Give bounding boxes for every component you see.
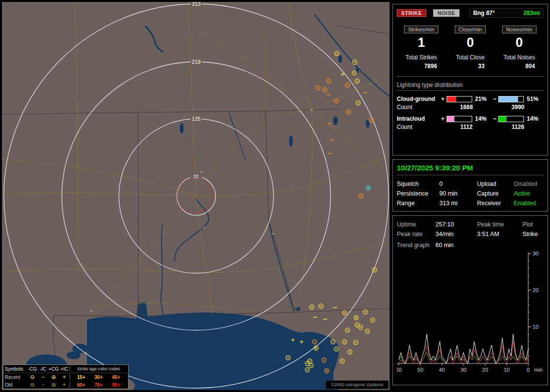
status-row: Squelch 0 Upload Disabled (397, 179, 544, 189)
neg-ic-recent-icon: − (38, 374, 48, 380)
session-row: Uptime 257:10 Peak time Plot (397, 220, 544, 229)
strike-indicator[interactable]: STRIKE (397, 9, 426, 17)
cg-plus-pct: 21% (473, 96, 492, 102)
strike-marker (335, 52, 339, 56)
age-45: 45+ (107, 375, 125, 380)
noises-per-min: Noises/min (495, 26, 544, 33)
persistence-label: Persistence (397, 190, 439, 197)
strike-marker (366, 186, 371, 190)
trend-graph: 1020306050403020100min (397, 250, 544, 380)
persistence-value: 90 min (439, 190, 477, 197)
receiver-label: Receiver (477, 200, 514, 207)
strike-marker (371, 318, 375, 322)
svg-text:60: 60 (397, 367, 402, 373)
divider (397, 76, 544, 77)
capture-value: Active (514, 190, 544, 197)
svg-text:10: 10 (504, 367, 509, 373)
capture-label: Capture (477, 190, 514, 197)
svg-text:30: 30 (533, 251, 538, 256)
strike-marker (327, 79, 331, 84)
legend-age-title: Strike age color codes (72, 366, 125, 371)
strike-legend: Symbols -CG -IC +CG +IC Strike age color… (3, 364, 129, 389)
intracloud-counts: Count 1112 1126 (397, 124, 544, 130)
strike-marker (365, 329, 370, 334)
legend-col-neg-ic: -IC (38, 366, 48, 372)
strike-marker (352, 71, 357, 75)
strike-marker (347, 110, 351, 114)
legend-old-label: Old (5, 382, 27, 388)
ic-plus-pct: 14% (473, 115, 492, 122)
neg-ic-old-icon: − (38, 382, 48, 388)
stats-panel: STRIKE NOISE Bng 87° 283mi Strikes/min C… (392, 4, 548, 155)
minus-sign: − (492, 115, 498, 122)
receiver-value: Enabled (514, 200, 544, 207)
legend-recent-label: Recent (5, 375, 27, 380)
pos-cg-recent-icon: ⊕ (48, 374, 59, 380)
total-close: Total Close 33 (446, 54, 494, 70)
map-canvas: 31321912531 (2, 2, 390, 390)
sidebar: STRIKE NOISE Bng 87° 283mi Strikes/min C… (392, 4, 548, 389)
cloud-ground-row: Cloud-ground + 21% − 51% (397, 96, 544, 102)
legend-col-neg-cg: -CG (27, 366, 38, 372)
total-strikes-value: 7896 (424, 63, 437, 70)
plot-value: Strike (522, 231, 544, 238)
total-close-value: 33 (478, 63, 484, 70)
status-row: Range 313 mi Receiver Enabled (397, 198, 544, 208)
copyright-notice: ©2005 Astrogenic Systems (326, 380, 389, 389)
pos-ic-recent-icon: + (59, 374, 70, 380)
svg-text:40: 40 (439, 367, 445, 373)
strike-marker (346, 83, 350, 87)
peak-rate-label: Peak rate (397, 231, 435, 238)
squelch-label: Squelch (397, 181, 439, 187)
svg-text:20: 20 (533, 287, 538, 293)
strikes-per-min-value: 1 (397, 35, 446, 50)
strike-markers (286, 52, 377, 373)
svg-text:10: 10 (533, 324, 538, 330)
peak-time-value: 3:51 AM (477, 231, 522, 238)
strike-marker (363, 310, 368, 314)
upload-value: Disabled (514, 181, 544, 187)
legend-row-recent: Recent ⊖ − ⊕ + 15+ 30+ 45+ (3, 373, 128, 381)
status-panel: 10/27/2025 9:39:20 PM Squelch 0 Upload D… (392, 159, 548, 211)
peak-rate-value: 34/min (435, 231, 477, 238)
bearing-value: Bng 87° (473, 10, 495, 16)
legend-row-old: Old ⊖ − ⊕ + 60+ 75+ 90+ (3, 381, 128, 389)
range-value: 313 mi (439, 200, 477, 207)
legend-col-pos-ic: +IC (59, 366, 70, 372)
pos-cg-old-icon: ⊕ (48, 382, 59, 388)
trend-graph-label: Trend graph (397, 242, 435, 249)
trend-window-value: 60 min (435, 242, 544, 249)
strikes-per-min: Strikes/min (397, 26, 446, 33)
svg-text:125: 125 (192, 116, 201, 122)
datetime-display: 10/27/2025 9:39:20 PM (397, 164, 544, 175)
cg-minus-pct: 51% (525, 96, 544, 102)
noise-indicator[interactable]: NOISE (433, 9, 460, 17)
neg-cg-recent-icon: ⊖ (27, 374, 38, 380)
plot-label: Plot (522, 221, 544, 228)
neg-cg-old-icon: ⊖ (27, 382, 38, 388)
noises-per-min-value: 0 (495, 35, 544, 50)
strike-marker (340, 359, 345, 364)
cg-plus-count: 1668 (441, 104, 492, 111)
range-label: Range (397, 200, 439, 207)
indicator-row: STRIKE NOISE Bng 87° 283mi (397, 8, 544, 18)
distribution-title: Lightning type distribution (397, 82, 544, 91)
bearing-readout: Bng 87° 283mi (469, 8, 544, 18)
age-15: 15+ (72, 375, 90, 380)
rate-labels-row: Strikes/min Close/min Noises/min (397, 26, 544, 33)
svg-text:313: 313 (192, 2, 201, 7)
trend-panel: Uptime 257:10 Peak time Plot Peak rate 3… (392, 215, 548, 385)
svg-text:219: 219 (192, 59, 201, 65)
cloud-ground-counts: Count 1668 3990 (397, 104, 544, 111)
uptime-value: 257:10 (435, 221, 477, 228)
cg-minus-count: 3990 (492, 104, 544, 111)
age-30: 30+ (90, 375, 107, 380)
total-strikes: Total Strikes 7896 (397, 54, 446, 70)
upload-label: Upload (477, 181, 514, 187)
svg-text:20: 20 (482, 367, 488, 373)
strike-map[interactable]: 31321912531 Symbols -CG -IC +CG +IC Stri… (2, 2, 390, 390)
plus-sign: + (440, 96, 446, 102)
status-row: Persistence 90 min Capture Active (397, 189, 544, 198)
ic-minus-count: 1126 (492, 124, 544, 130)
svg-text:0: 0 (527, 367, 530, 373)
